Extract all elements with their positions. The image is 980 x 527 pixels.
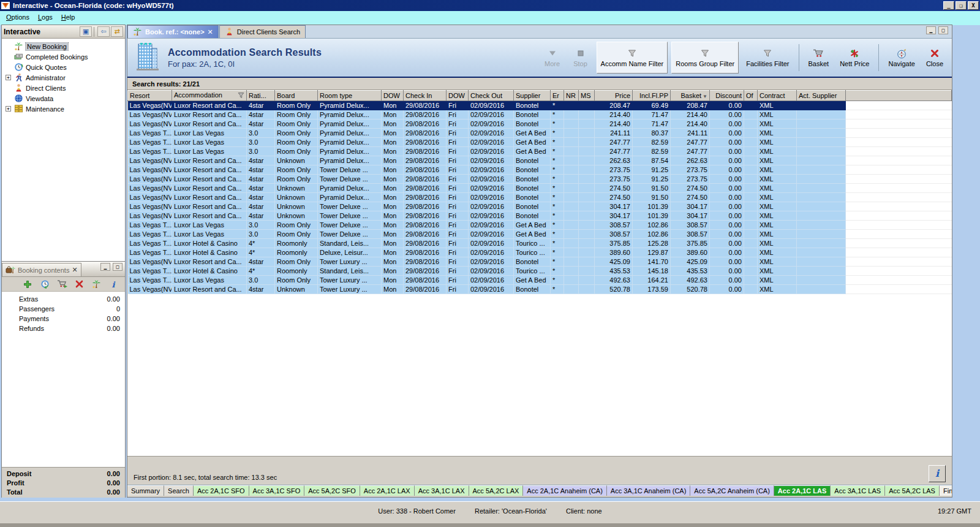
column-header-discount[interactable]: Discount	[710, 91, 744, 101]
table-row[interactable]: Las Vegas(NV)Luxor Resort and Ca...4star…	[128, 184, 952, 193]
table-row[interactable]: Las Vegas T...Luxor Las Vegas3.0Room Onl…	[128, 221, 952, 230]
import-icon[interactable]: ⇦	[97, 26, 110, 37]
result-tab-acc-2a-1c-anaheim-ca[interactable]: Acc 2A,1C Anaheim (CA)	[523, 485, 607, 496]
tab-booking-contents[interactable]: Booking contents ✕	[2, 263, 81, 276]
column-header-supplier[interactable]: Supplier	[514, 91, 551, 101]
table-row[interactable]: Las Vegas(NV)Luxor Resort and Ca...4star…	[128, 119, 952, 129]
table-row[interactable]: Las Vegas T...Luxor Hotel & Casino4*Room…	[128, 267, 952, 276]
result-tab-acc-2a-1c-las[interactable]: Acc 2A,1C LAS	[774, 485, 831, 496]
accomm-name-filter-button[interactable]: Accomm Name Filter	[597, 42, 668, 74]
menu-logs[interactable]: Logs	[34, 12, 58, 22]
table-row[interactable]: Las Vegas(NV)Luxor Resort and Ca...4star…	[128, 193, 952, 202]
table-row[interactable]: Las Vegas(NV)Luxor Resort and Ca...4star…	[128, 156, 952, 165]
minimize-panel-icon[interactable]: ▁	[926, 26, 936, 34]
result-tab-acc-5a-2c-anaheim-ca[interactable]: Acc 5A,2C Anaheim (CA)	[690, 485, 774, 496]
table-row[interactable]: Las Vegas T...Luxor Hotel & Casino4*Room…	[128, 239, 952, 248]
info-button[interactable]: i	[929, 465, 946, 482]
cart-add-icon[interactable]	[56, 279, 67, 290]
basket-button[interactable]: Basket	[805, 42, 833, 74]
info-icon[interactable]: i	[108, 279, 119, 290]
column-header-ms[interactable]: MS	[579, 91, 595, 101]
table-row[interactable]: Las Vegas(NV)Luxor Resort and Ca...4star…	[128, 285, 952, 294]
stop-button[interactable]: Stop	[568, 42, 593, 74]
result-tab-summary[interactable]: Summary	[127, 485, 164, 496]
column-header-contract[interactable]: Contract	[758, 91, 797, 101]
more-button[interactable]: More	[540, 42, 565, 74]
column-header-rati[interactable]: Rati...	[247, 91, 275, 101]
column-header-of[interactable]: Of	[744, 91, 758, 101]
sidebar-item-maintenance[interactable]: +Maintenance	[2, 104, 125, 114]
column-filter-funnel-icon[interactable]	[238, 92, 244, 100]
table-row[interactable]: Las Vegas T...Luxor Las Vegas3.0Room Onl…	[128, 129, 952, 138]
delete-icon[interactable]	[74, 279, 85, 290]
column-header-er[interactable]: Er	[551, 91, 564, 101]
column-header-resort[interactable]: Resort	[128, 91, 172, 101]
minimize-button[interactable]: _	[943, 1, 954, 10]
close-button[interactable]: Close	[922, 42, 947, 74]
result-tab-acc-3a-1c-anaheim-ca[interactable]: Acc 3A,1C Anaheim (CA)	[607, 485, 691, 496]
result-tab-acc-3a-1c-lax[interactable]: Acc 3A,1C LAX	[415, 485, 469, 496]
column-header-incl-fl-pp[interactable]: Incl.Fl.PP	[633, 91, 671, 101]
expand-icon[interactable]: +	[6, 106, 11, 112]
tab-book-ref-none[interactable]: Book. ref.: <none>✕	[127, 25, 219, 38]
table-row[interactable]: Las Vegas T...Luxor Hotel & Casino4*Room…	[128, 248, 952, 257]
column-header-check-in[interactable]: Check In	[404, 91, 447, 101]
add-icon[interactable]	[22, 279, 33, 290]
result-tab-search[interactable]: Search	[164, 485, 194, 496]
close-tab-icon[interactable]: ✕	[208, 28, 213, 36]
refresh-icon[interactable]	[39, 279, 50, 290]
expand-icon[interactable]: +	[6, 75, 11, 80]
sidebar-item-completed-bookings[interactable]: Completed Bookings	[2, 51, 125, 62]
column-header-board[interactable]: Board	[275, 91, 318, 101]
table-row[interactable]: Las Vegas T...Luxor Las Vegas3.0Room Onl…	[128, 230, 952, 239]
table-row[interactable]: Las Vegas(NV)Luxor Resort and Ca...4star…	[128, 110, 952, 119]
table-row[interactable]: Las Vegas(NV)Luxor Resort and Ca...4star…	[128, 257, 952, 267]
palm-icon[interactable]	[91, 279, 102, 290]
sidebar-item-direct-clients[interactable]: Direct Clients	[2, 83, 125, 93]
table-row[interactable]: Las Vegas T...Luxor Las Vegas3.0Room Onl…	[128, 276, 952, 285]
column-header-check-out[interactable]: Check Out	[469, 91, 514, 101]
table-row[interactable]: Las Vegas T...Luxor Las Vegas3.0Room Onl…	[128, 147, 952, 156]
column-header-dow[interactable]: DOW	[447, 91, 469, 101]
table-row[interactable]: Las Vegas(NV)Luxor Resort and Ca...4star…	[128, 202, 952, 211]
column-header-accommodation[interactable]: Accommodation	[172, 91, 247, 101]
close-icon[interactable]: ✕	[72, 266, 77, 274]
menu-help[interactable]: Help	[58, 12, 80, 22]
table-row[interactable]: Las Vegas(NV)Luxor Resort and Ca...4star…	[128, 101, 952, 110]
collapse-panel-icon[interactable]: ▣	[80, 26, 92, 37]
maximize-panel-icon[interactable]: □	[113, 263, 123, 271]
column-header-room-type[interactable]: Room type	[318, 91, 382, 101]
result-tab-acc-5a-2c-sfo[interactable]: Acc 5A,2C SFO	[304, 485, 360, 496]
column-header-act-supplier[interactable]: Act. Supplier	[797, 91, 846, 101]
table-row[interactable]: Las Vegas(NV)Luxor Resort and Ca...4star…	[128, 175, 952, 184]
rooms-group-filter-button[interactable]: Rooms Group Filter	[671, 42, 739, 74]
table-row[interactable]: Las Vegas(NV)Luxor Resort and Ca...4star…	[128, 211, 952, 221]
column-header-price[interactable]: Price	[595, 91, 633, 101]
restore-button[interactable]: ❏	[956, 1, 967, 10]
result-tab-acc-5a-2c-lax[interactable]: Acc 5A,2C LAX	[469, 485, 524, 496]
result-tab-acc-3a-1c-sfo[interactable]: Acc 3A,1C SFO	[249, 485, 305, 496]
result-tab-acc-3a-1c-las[interactable]: Acc 3A,1C LAS	[831, 485, 885, 496]
navigate-button[interactable]: Navigate	[884, 42, 918, 74]
column-header-nr[interactable]: NR	[564, 91, 579, 101]
sidebar-item-new-booking[interactable]: New Booking	[2, 41, 125, 51]
result-tab-acc-2a-1c-sfo[interactable]: Acc 2A,1C SFO	[194, 485, 249, 496]
result-tab-acc-5a-2c-las[interactable]: Acc 5A,2C LAS	[885, 485, 940, 496]
sidebar-item-quick-quotes[interactable]: Quick Quotes	[2, 62, 125, 72]
sidebar-item-administrator[interactable]: +Administrator	[2, 72, 125, 83]
minimize-panel-icon[interactable]: ▁	[100, 263, 110, 271]
sidebar-item-viewdata[interactable]: Viewdata	[2, 93, 125, 104]
facilities-filter-button[interactable]: Facilities Filter	[742, 42, 793, 74]
tab-direct-clients-search[interactable]: Direct Clients Search	[219, 25, 306, 38]
column-header-dow[interactable]: DOW	[382, 91, 404, 101]
nett-price-button[interactable]: Nett Price	[836, 42, 873, 74]
table-row[interactable]: Las Vegas T...Luxor Las Vegas3.0Room Onl…	[128, 138, 952, 147]
result-tab-acc-2a-1c-lax[interactable]: Acc 2A,1C LAX	[360, 485, 415, 496]
table-row[interactable]: Las Vegas(NV)Luxor Resort and Ca...4star…	[128, 165, 952, 175]
close-window-button[interactable]: X	[968, 1, 979, 10]
maximize-panel-icon[interactable]: □	[938, 26, 948, 34]
result-tab-financial-summary[interactable]: Financial Summary	[940, 485, 952, 496]
column-header-basket[interactable]: Basket▼	[671, 91, 710, 101]
menu-options[interactable]: Options	[2, 12, 34, 22]
swap-arrows-icon[interactable]: ⇄	[111, 26, 123, 37]
